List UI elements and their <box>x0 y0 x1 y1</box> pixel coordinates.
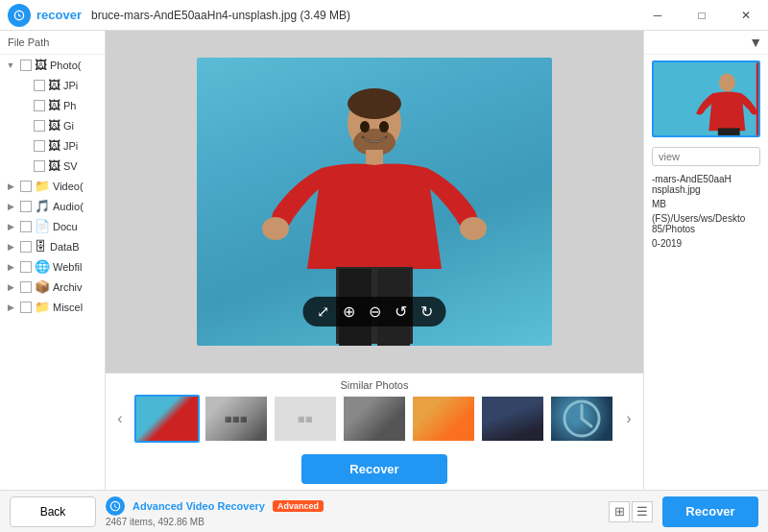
checkbox-audio[interactable] <box>20 201 32 212</box>
similar-thumb-7[interactable] <box>549 395 614 443</box>
preview-rotate-left-btn[interactable]: ↺ <box>395 302 407 321</box>
checkbox-jp1[interactable] <box>34 80 45 91</box>
svg-point-9 <box>360 121 370 133</box>
sidebar-label-web: Webfil <box>53 261 82 273</box>
file-icon-ph: 🖼 <box>48 98 60 112</box>
right-search-input[interactable] <box>652 147 760 166</box>
sidebar-label-photos: Photo( <box>50 60 81 71</box>
folder-icon-audio: 🎵 <box>35 199 50 213</box>
sidebar-label-video: Video( <box>53 181 84 192</box>
window-close-btn[interactable]: ✕ <box>724 0 768 31</box>
similar-photos-label: Similar Photos <box>106 379 643 391</box>
sidebar-label-audio: Audio( <box>53 201 84 212</box>
main-content: ⤢ ⊕ ⊖ ↺ ↻ Similar Photos ‹ ▦▦▦ <box>106 31 643 490</box>
strip-next-btn[interactable]: › <box>618 408 639 429</box>
preview-image: ⤢ ⊕ ⊖ ↺ ↻ <box>197 58 552 346</box>
app-name: recover <box>36 8 82 22</box>
checkbox-sv[interactable] <box>34 160 45 172</box>
bottom-status: 2467 items, 492.86 MB <box>106 517 599 527</box>
bottom-info: Advanced Video Recovery Advanced 2467 it… <box>106 496 599 527</box>
file-icon-jp1: 🖼 <box>48 78 60 92</box>
checkbox-jp2[interactable] <box>34 140 45 152</box>
sidebar-item-jp2[interactable]: 🖼 JPi <box>0 135 105 156</box>
right-panel: ▼ -mars-AndE50aaHnsplash.jpg MB (FS)/Use… <box>643 31 768 490</box>
preview-toolbar: ⤢ ⊕ ⊖ ↺ ↻ <box>303 297 446 326</box>
svg-point-13 <box>719 73 735 91</box>
folder-icon-video: 📁 <box>35 179 50 193</box>
sidebar-item-photos[interactable]: ▼ 🖼 Photo( <box>0 55 105 75</box>
checkbox-photos[interactable] <box>20 60 32 71</box>
sidebar-item-sv[interactable]: 🖼 SV <box>0 156 105 176</box>
similar-thumb-3[interactable]: ▦▦ <box>273 395 338 443</box>
checkbox-archive[interactable] <box>20 281 32 293</box>
filter-btn[interactable]: ▼ <box>749 35 762 50</box>
window-controls: ─ □ ✕ <box>636 0 768 31</box>
similar-thumb-4[interactable] <box>342 395 407 443</box>
folder-icon-misc: 📁 <box>35 300 50 314</box>
expand-arrow-sv <box>17 159 31 173</box>
bottom-row1: Advanced Video Recovery Advanced <box>106 496 599 516</box>
advanced-badge: Advanced <box>273 500 324 512</box>
back-btn[interactable]: Back <box>10 496 96 527</box>
preview-zoom-out-btn[interactable]: ⊖ <box>369 302 381 321</box>
similar-thumb-2[interactable]: ▦▦▦ <box>204 395 269 443</box>
svg-point-2 <box>348 88 401 119</box>
checkbox-web[interactable] <box>20 261 32 273</box>
preview-zoom-in-btn[interactable]: ⊕ <box>343 302 355 321</box>
svg-point-4 <box>262 217 289 240</box>
file-icon-gi: 🖼 <box>48 118 60 133</box>
preview-recover-section: Recover <box>106 447 643 490</box>
sidebar-label-archive: Archiv <box>53 281 83 293</box>
sidebar-item-misc[interactable]: ▶ 📁 Miscel <box>0 297 105 317</box>
right-info-panel: -mars-AndE50aaHnsplash.jpg MB (FS)/Users… <box>644 170 768 256</box>
sidebar-item-jp1[interactable]: 🖼 JPi <box>0 75 105 95</box>
preview-fit-btn[interactable]: ⤢ <box>317 302 329 321</box>
similar-thumb-5[interactable] <box>411 395 476 443</box>
expand-arrow-web: ▶ <box>4 260 17 274</box>
right-panel-toolbar: ▼ <box>644 31 768 55</box>
grid-view-btn[interactable]: ⊞ <box>609 501 630 522</box>
sidebar-item-video[interactable]: ▶ 📁 Video( <box>0 176 105 196</box>
strip-prev-btn[interactable]: ‹ <box>109 408 131 429</box>
expand-arrow-jp2 <box>17 139 31 153</box>
similar-photos-section: Similar Photos ‹ ▦▦▦ ▦▦ <box>106 373 643 447</box>
folder-icon-archive: 📦 <box>35 279 50 294</box>
svg-point-5 <box>460 217 487 240</box>
sidebar-label-ph: Ph <box>63 100 76 111</box>
window-minimize-btn[interactable]: ─ <box>636 0 680 31</box>
sidebar-item-ph[interactable]: 🖼 Ph <box>0 95 105 115</box>
file-icon-sv: 🖼 <box>48 158 60 173</box>
checkbox-misc[interactable] <box>20 302 32 313</box>
sidebar-item-audio[interactable]: ▶ 🎵 Audio( <box>0 196 105 216</box>
list-view-btn[interactable]: ☰ <box>632 501 653 522</box>
sidebar-item-gi[interactable]: 🖼 Gi <box>0 115 105 135</box>
right-info-path: (FS)/Users/ws/Deskto85/Photos <box>652 213 760 234</box>
expand-arrow-archive: ▶ <box>4 280 17 294</box>
similar-thumb-6[interactable] <box>480 395 545 443</box>
avr-label[interactable]: Advanced Video Recovery <box>132 500 265 512</box>
app-logo <box>8 4 31 27</box>
sidebar-label-docs: Docu <box>53 221 78 232</box>
svg-point-10 <box>379 121 389 133</box>
recover-main-btn[interactable]: Recover <box>662 496 758 527</box>
checkbox-db[interactable] <box>20 241 32 253</box>
sidebar-label-jp2: JPi <box>63 140 78 152</box>
checkbox-docs[interactable] <box>20 221 32 232</box>
checkbox-video[interactable] <box>20 181 32 192</box>
window-maximize-btn[interactable]: □ <box>680 0 724 31</box>
sidebar-item-archive[interactable]: ▶ 📦 Archiv <box>0 277 105 297</box>
recover-preview-btn[interactable]: Recover <box>301 454 446 484</box>
view-mode-buttons: ⊞ ☰ <box>609 501 653 522</box>
right-info-filename: -mars-AndE50aaHnsplash.jpg <box>652 174 760 195</box>
bottom-bar: Back Advanced Video Recovery Advanced 24… <box>0 490 768 532</box>
similar-thumb-1[interactable] <box>134 395 200 443</box>
svg-rect-14 <box>718 128 740 135</box>
checkbox-gi[interactable] <box>34 120 45 132</box>
preview-rotate-right-btn[interactable]: ↻ <box>420 302 433 321</box>
checkbox-ph[interactable] <box>34 100 45 111</box>
sidebar-item-web[interactable]: ▶ 🌐 Webfil <box>0 256 105 277</box>
sidebar-label-jp1: JPi <box>63 80 78 91</box>
sidebar-item-docs[interactable]: ▶ 📄 Docu <box>0 216 105 236</box>
avr-icon <box>106 496 125 516</box>
sidebar-item-db[interactable]: ▶ 🗄 DataB <box>0 236 105 256</box>
